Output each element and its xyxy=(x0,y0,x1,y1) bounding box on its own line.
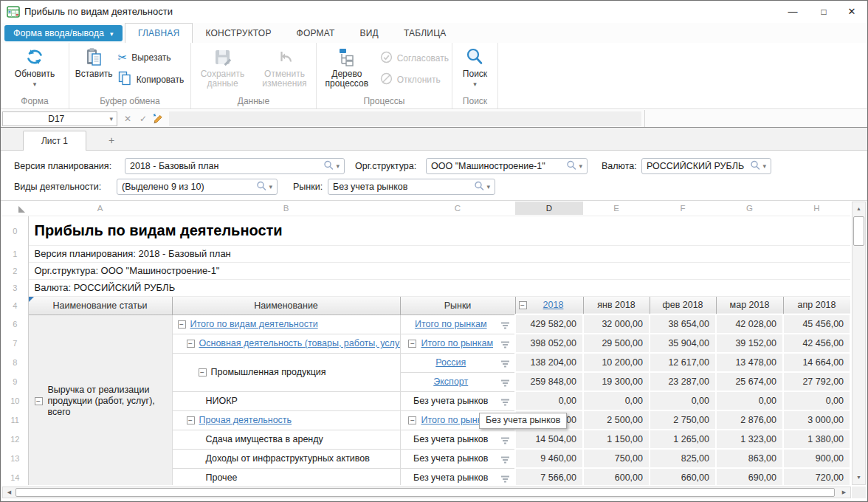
cell-market[interactable]: Без учета рынков xyxy=(400,468,515,485)
cell-reference-box[interactable]: D17 ▾ xyxy=(2,111,117,126)
market-link[interactable]: Итого по рынкам xyxy=(415,319,487,329)
cell-name[interactable]: −Итого по видам деятельности xyxy=(172,314,400,334)
value-cell[interactable]: 429 582,00 xyxy=(515,314,583,334)
edit-formula-icon[interactable] xyxy=(151,113,165,128)
header-article[interactable]: Наименование статьи xyxy=(28,296,172,314)
select-all-corner[interactable] xyxy=(2,202,28,215)
value-cell[interactable]: 45 456,00 xyxy=(783,314,850,334)
cell-market[interactable]: Итого по рынкам xyxy=(400,314,515,334)
scroll-down-icon[interactable]: ▼ xyxy=(852,472,865,484)
chevron-down-icon[interactable]: ▾ xyxy=(334,162,344,170)
scroll-right-icon[interactable]: ▶ xyxy=(838,487,850,498)
tab-glavnaya[interactable]: ГЛАВНАЯ xyxy=(125,23,193,43)
value-cell[interactable]: 398 052,00 xyxy=(515,334,583,353)
column-header-a[interactable]: A xyxy=(28,202,172,215)
tab-konstruktor[interactable]: КОНСТРУКТОР xyxy=(193,23,283,43)
cell-name[interactable]: Доходы от инфраструктурных активов xyxy=(172,449,400,468)
collapse-icon[interactable]: − xyxy=(408,416,416,424)
cell-market[interactable]: Без учета рынков xyxy=(400,449,515,468)
value-cell[interactable]: 14 504,00 xyxy=(515,430,583,449)
value-cell[interactable]: 7 566,00 xyxy=(515,468,583,485)
scroll-up-icon[interactable]: ▲ xyxy=(852,203,865,215)
filter-icon[interactable] xyxy=(500,358,510,371)
value-cell[interactable]: 0,00 xyxy=(515,391,583,410)
value-cell[interactable]: 750,00 xyxy=(583,449,650,468)
filter-icon[interactable] xyxy=(500,454,510,467)
form-io-menu-button[interactable]: Форма ввода/вывода ▾ xyxy=(4,25,123,41)
header-name[interactable]: Наименование xyxy=(172,296,400,314)
year-link[interactable]: 2018 xyxy=(527,300,580,310)
search-icon[interactable] xyxy=(323,160,334,173)
scroll-left-icon[interactable]: ◀ xyxy=(4,487,15,498)
name-link[interactable]: Прочая деятельность xyxy=(199,415,292,425)
refresh-button[interactable]: Обновить ▾ xyxy=(15,43,55,88)
chevron-down-icon[interactable]: ▾ xyxy=(576,162,587,170)
value-cell[interactable]: 660,00 xyxy=(650,468,716,485)
value-cell[interactable]: 9 460,00 xyxy=(515,449,583,468)
value-cell[interactable]: 825,00 xyxy=(650,449,716,468)
value-cell[interactable]: 42 028,00 xyxy=(716,314,783,334)
value-cell[interactable]: 0,00 xyxy=(783,391,850,410)
row-number[interactable]: 13 xyxy=(2,449,28,468)
chevron-down-icon[interactable]: ▾ xyxy=(266,183,277,190)
collapse-icon[interactable]: − xyxy=(199,368,207,376)
header-year[interactable]: − 2018 xyxy=(515,296,583,314)
header-month-apr[interactable]: апр 2018 xyxy=(783,296,850,314)
cell-market[interactable]: Россия xyxy=(400,353,515,372)
cancel-formula-icon[interactable]: ✕ xyxy=(121,111,134,126)
cell-market[interactable]: Без учета рынков xyxy=(400,391,515,410)
row-number[interactable]: 11 xyxy=(2,410,28,430)
value-cell[interactable]: 1 323,00 xyxy=(716,430,783,449)
collapse-icon[interactable]: − xyxy=(187,340,195,348)
cell-name[interactable]: −Прочая деятельность xyxy=(172,410,400,430)
row-number[interactable]: 0 xyxy=(2,216,28,245)
row-number[interactable]: 2 xyxy=(2,262,28,279)
header-markets[interactable]: Рынки xyxy=(400,296,515,314)
value-cell[interactable]: 1 380,00 xyxy=(783,430,850,449)
column-header-b[interactable]: B xyxy=(172,202,400,215)
collapse-icon[interactable]: − xyxy=(519,301,527,309)
info-cell-currency[interactable]: Валюта: РОССИЙСКИЙ РУБЛЬ xyxy=(28,279,850,296)
filter-input-orgstructure[interactable]: ООО "Машиностроение-1" ▾ xyxy=(426,158,588,174)
value-cell[interactable]: 42 456,00 xyxy=(783,334,850,353)
chevron-down-icon[interactable]: ▾ xyxy=(760,162,771,170)
value-cell[interactable]: 720,00 xyxy=(783,468,850,485)
column-header-g[interactable]: G xyxy=(716,202,783,215)
collapse-icon[interactable]: − xyxy=(187,416,195,424)
info-cell-version[interactable]: Версия планирования: 2018 - Базовый план xyxy=(28,245,850,262)
row-number[interactable]: 6 xyxy=(2,314,28,334)
market-link[interactable]: Итого по рынкам xyxy=(421,338,493,348)
row-number[interactable]: 3 xyxy=(2,279,28,296)
filter-input-markets[interactable]: Без учета рынков ▾ xyxy=(328,179,495,195)
sheet-tab-list1[interactable]: Лист 1 xyxy=(23,131,86,151)
search-button[interactable]: Поиск ▾ xyxy=(463,43,487,88)
value-cell[interactable]: 863,00 xyxy=(716,449,783,468)
row-number[interactable]: 12 xyxy=(2,430,28,449)
value-cell[interactable]: 14 664,00 xyxy=(783,353,850,372)
cell-market[interactable]: −Итого по рынкам xyxy=(400,334,515,353)
cell-market[interactable]: Экспорт xyxy=(400,372,515,391)
chevron-down-icon[interactable]: ▾ xyxy=(33,80,37,88)
filter-icon[interactable] xyxy=(500,396,510,410)
value-cell[interactable]: 25 674,00 xyxy=(716,372,783,391)
header-month-jan[interactable]: янв 2018 xyxy=(583,296,650,314)
value-cell[interactable]: 690,00 xyxy=(716,468,783,485)
row-number[interactable]: 8 xyxy=(2,353,28,372)
filter-icon[interactable] xyxy=(500,339,510,352)
column-header-f[interactable]: F xyxy=(650,202,716,215)
maximize-button[interactable]: □ xyxy=(811,1,836,23)
collapse-icon[interactable]: − xyxy=(178,320,186,329)
value-cell[interactable]: 32 000,00 xyxy=(583,314,650,334)
chevron-down-icon[interactable]: ▾ xyxy=(473,80,477,88)
cell-name[interactable]: НИОКР xyxy=(172,391,400,410)
header-month-feb[interactable]: фев 2018 xyxy=(650,296,716,314)
collapse-icon[interactable]: − xyxy=(35,397,43,405)
name-link[interactable]: Основная деятельность (товары, работы, у… xyxy=(199,338,401,348)
row-number[interactable]: 7 xyxy=(2,334,28,353)
value-cell[interactable]: 2 500,00 xyxy=(583,410,650,430)
value-cell[interactable]: 3 000,00 xyxy=(783,410,850,430)
paste-button[interactable]: Вставить xyxy=(75,43,113,79)
value-cell[interactable]: 138 204,00 xyxy=(515,353,583,372)
value-cell[interactable]: 1 265,00 xyxy=(650,430,716,449)
value-cell[interactable]: 12 617,00 xyxy=(650,353,716,372)
